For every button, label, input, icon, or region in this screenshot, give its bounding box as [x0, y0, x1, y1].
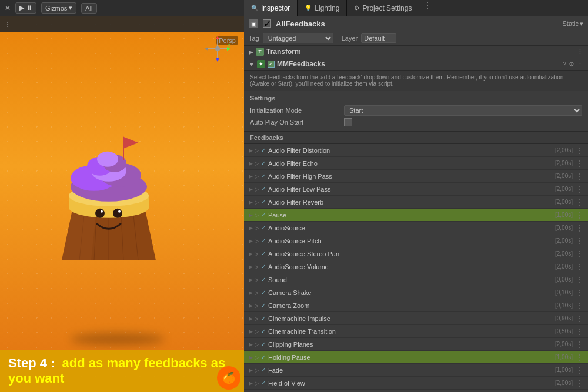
feedback-play-icon: ▷	[255, 380, 259, 386]
feedback-more-icon[interactable]: ⋮	[576, 276, 583, 284]
feedback-arrow-icon: ▶	[249, 264, 253, 270]
auto-play-checkbox[interactable]	[344, 118, 352, 126]
feedback-item[interactable]: ▶ ▷ ✓ Clipping Planes [2,00s] ⋮	[244, 338, 588, 351]
feedback-item[interactable]: ▶ ▷ ✓ Camera Zoom [0,10s] ⋮	[244, 299, 588, 312]
feedback-play-icon: ▷	[255, 199, 259, 205]
feedback-item[interactable]: ▶ ▷ ✓ AudioSource Volume [2,00s] ⋮	[244, 260, 588, 273]
settings-section: Settings Initialization Mode Start Auto …	[244, 91, 588, 132]
mmfeedbacks-component-header[interactable]: ▼ ✦ ✓ MMFeedbacks ? ⚙ ⋮	[244, 58, 588, 71]
feedback-more-icon[interactable]: ⋮	[576, 185, 583, 193]
lighting-tab-icon: 💡	[305, 5, 312, 11]
help-icon[interactable]: ?	[563, 61, 566, 68]
feedback-play-icon: ▷	[255, 251, 259, 257]
play-pause-btn[interactable]: ▶ ⏸	[15, 2, 36, 14]
feedback-arrow-icon: ▶	[249, 367, 253, 373]
tab-lighting[interactable]: 💡 Lighting	[298, 0, 347, 16]
feedback-more-icon[interactable]: ⋮	[576, 146, 583, 155]
feedback-more-icon[interactable]: ⋮	[576, 327, 583, 336]
feedback-item[interactable]: ▶ ▷ ✓ Audio Filter High Pass [2,00s] ⋮	[244, 170, 588, 183]
feedback-time: [2,00s]	[555, 160, 573, 166]
tab-inspector[interactable]: 🔍 Inspector	[244, 0, 298, 16]
feedback-check-icon: ✓	[261, 367, 266, 373]
feedback-more-icon[interactable]: ⋮	[576, 263, 583, 271]
feedback-more-icon[interactable]: ⋮	[576, 353, 583, 361]
mmfeedbacks-menu-icon[interactable]: ⋮	[577, 61, 583, 68]
mmfeedbacks-arrow-icon: ▼	[249, 61, 255, 68]
static-dropdown-icon[interactable]: ▾	[580, 20, 583, 28]
feedback-arrow-icon: ▶	[249, 160, 253, 166]
feedback-item[interactable]: ▶ ▷ ✓ Sound [0,00s] ⋮	[244, 273, 588, 286]
feedback-item[interactable]: ▶ ▷ ✓ Fade [1,00s] ⋮	[244, 364, 588, 377]
feedback-arrow-icon: ▶	[249, 148, 253, 153]
feedback-item[interactable]: ▶ ▷ ✓ Audio Filter Low Pass [2,00s] ⋮	[244, 183, 588, 196]
feedback-check-icon: ✓	[261, 147, 266, 153]
feedback-more-icon[interactable]: ⋮	[576, 366, 583, 374]
feedback-check-icon: ✓	[261, 315, 266, 321]
feedback-more-icon[interactable]: ⋮	[576, 340, 583, 349]
layer-value: Default	[361, 33, 396, 43]
feedback-more-icon[interactable]: ⋮	[576, 314, 583, 323]
svg-point-25	[97, 151, 118, 166]
feedback-arrow-icon: ▶	[249, 354, 253, 360]
feedback-time: [2,00s]	[555, 380, 573, 386]
feedback-time: [0,00s]	[555, 276, 573, 283]
feedback-name: AudioSource	[268, 225, 555, 232]
feedback-check-icon: ✓	[261, 186, 266, 192]
feedback-item[interactable]: ▶ ▷ ✓ Audio Filter Distortion [2,00s] ⋮	[244, 144, 588, 157]
feedback-time: [2,00s]	[555, 173, 573, 179]
transform-component-header[interactable]: ▶ T Transform ⋮	[244, 46, 588, 58]
more-options-btn[interactable]: ⋮	[419, 0, 436, 16]
feedback-item[interactable]: ▶ ▷ ✓ Cinemachine Transition [0,50s] ⋮	[244, 325, 588, 338]
feedback-play-icon: ▷	[255, 186, 259, 192]
feedback-item[interactable]: ▶ ▷ ✓ Holding Pause [1,00s] ⋮	[244, 351, 588, 364]
feedback-arrow-icon: ▶	[249, 212, 253, 218]
feedback-name: Fade	[268, 367, 555, 374]
feedback-more-icon[interactable]: ⋮	[576, 289, 583, 297]
close-icon[interactable]: ✕	[5, 4, 11, 12]
feedback-check-icon: ✓	[261, 289, 266, 296]
feedback-more-icon[interactable]: ⋮	[576, 224, 583, 232]
init-mode-select[interactable]: Start	[344, 105, 582, 116]
feedback-item[interactable]: ▶ ▷ ✓ AudioSource [0,00s] ⋮	[244, 222, 588, 234]
feedback-check-icon: ✓	[261, 225, 266, 231]
tag-select[interactable]: Untagged	[263, 33, 333, 43]
feedback-name: AudioSource Stereo Pan	[268, 250, 555, 257]
all-btn[interactable]: All	[81, 3, 96, 14]
feedback-play-icon: ▷	[255, 341, 259, 347]
feedback-item[interactable]: ▶ ▷ ✓ Audio Filter Echo [2,00s] ⋮	[244, 157, 588, 170]
feedback-play-icon: ▷	[255, 264, 259, 270]
feedback-item[interactable]: ▶ ▷ ✓ Pause [1,00s] ⋮	[244, 209, 588, 222]
feedback-item[interactable]: ▶ ▷ ✓ Field of View [2,00s] ⋮	[244, 377, 588, 390]
feedback-item[interactable]: ▶ ▷ ✓ Cinemachine Impulse [0,90s] ⋮	[244, 312, 588, 325]
feedback-more-icon[interactable]: ⋮	[576, 198, 583, 206]
transform-arrow-icon: ▶	[249, 49, 253, 55]
tabs-area: 🔍 Inspector 💡 Lighting ⚙ Project Setting…	[244, 0, 588, 16]
feedback-more-icon[interactable]: ⋮	[576, 172, 583, 180]
tab-project-settings[interactable]: ⚙ Project Settings	[347, 0, 419, 16]
feedback-more-icon[interactable]: ⋮	[576, 211, 583, 219]
feedback-play-icon: ▷	[255, 225, 259, 231]
feedback-play-icon: ▷	[255, 148, 259, 153]
mmfeedbacks-active-checkbox[interactable]: ✓	[268, 61, 275, 68]
transform-menu-icon[interactable]: ⋮	[577, 48, 583, 56]
feedback-play-icon: ▷	[255, 238, 259, 244]
feedback-item[interactable]: ▶ ▷ ✓ AudioSource Stereo Pan [2,00s] ⋮	[244, 247, 588, 260]
settings-icon[interactable]: ⚙	[569, 61, 574, 68]
feedback-more-icon[interactable]: ⋮	[576, 237, 583, 245]
feedback-more-icon[interactable]: ⋮	[576, 250, 583, 258]
feedback-play-icon: ▷	[255, 329, 259, 334]
feedback-item[interactable]: ▶ ▷ ✓ Camera Shake [0,10s] ⋮	[244, 286, 588, 299]
auto-play-row: Auto Play On Start	[250, 117, 582, 128]
feedback-name: Holding Pause	[268, 354, 555, 361]
object-active-checkbox[interactable]: ✓	[263, 19, 271, 28]
feedback-more-icon[interactable]: ⋮	[576, 159, 583, 167]
feedback-time: [1,00s]	[555, 212, 573, 218]
svg-point-2	[215, 46, 220, 51]
feedbacks-section: Feedbacks ▶ ▷ ✓ Audio Filter Distortion …	[244, 132, 588, 392]
gizmos-btn[interactable]: Gizmos ▾	[41, 2, 76, 14]
feedback-item[interactable]: ▶ ▷ ✓ AudioSource Pitch [2,00s] ⋮	[244, 234, 588, 247]
feedback-more-icon[interactable]: ⋮	[576, 379, 583, 387]
feedback-item[interactable]: ▶ ▷ ✓ Audio Filter Reverb [2,00s] ⋮	[244, 196, 588, 209]
feedback-item[interactable]: ▶ ▷ ✓ Flash ⋮	[244, 390, 588, 392]
feedback-more-icon[interactable]: ⋮	[576, 301, 583, 310]
